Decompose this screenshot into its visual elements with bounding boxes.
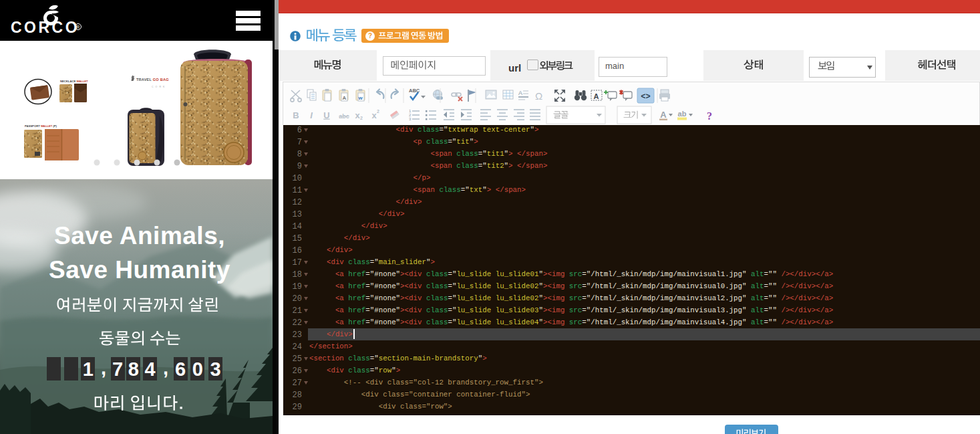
svg-text:B: B [293,110,299,120]
svg-text:NECKLACE WALLET: NECKLACE WALLET [60,80,88,83]
svg-text:2: 2 [360,116,363,120]
svg-text:A: A [660,110,667,120]
svg-text:3: 3 [409,117,412,121]
svg-text:A: A [518,90,522,96]
svg-text:A: A [343,95,347,101]
svg-text:C O R K: C O R K [152,86,165,88]
svg-text:TRAVEL GO BAG: TRAVEL GO BAG [136,78,169,82]
svg-text:R: R [77,25,80,29]
svg-text:PASSPORT WALLET (P): PASSPORT WALLET (P) [25,124,57,128]
svg-text:2: 2 [377,109,379,114]
svg-text:Ω: Ω [535,90,542,102]
svg-text:CORCO: CORCO [11,19,79,36]
svg-text:<>: <> [641,92,650,102]
svg-text:w: w [358,95,363,101]
svg-text:abc: abc [339,113,349,120]
svg-text:ab: ab [678,110,687,118]
svg-text:U: U [323,110,329,120]
svg-text:A: A [594,92,599,100]
svg-text:I: I [310,110,313,120]
svg-text:?: ? [707,110,712,122]
